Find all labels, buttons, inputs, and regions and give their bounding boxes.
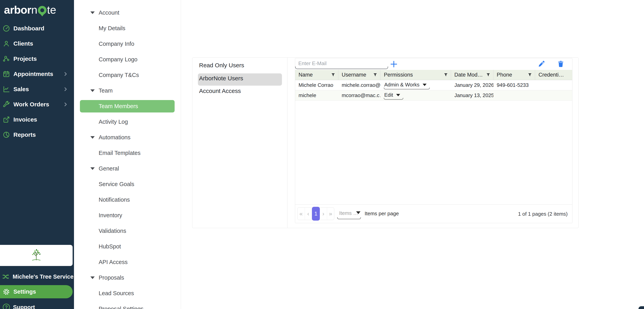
column-header-name[interactable]: Name (295, 70, 338, 80)
chat-widget-nub[interactable] (638, 306, 644, 309)
app-logo[interactable]: arbornte (4, 2, 56, 17)
sidebar-item-work-orders[interactable]: Work Orders (0, 97, 74, 112)
settings-menu-item-company-t-cs[interactable]: Company T&Cs (74, 67, 181, 83)
settings-menu-item-label: Proposal Settings (99, 306, 144, 309)
permissions-dropdown[interactable]: Admin & Works (384, 80, 430, 90)
trash-icon (557, 65, 564, 68)
collapse-triangle-icon[interactable] (90, 12, 95, 14)
settings-menu-item-automations[interactable]: Automations (74, 130, 181, 145)
filter-icon[interactable] (444, 73, 448, 77)
settings-menu-item-api-access[interactable]: API Access (74, 254, 181, 270)
sidebar-item-sales[interactable]: Sales (0, 82, 74, 97)
sidebar-item-reports[interactable]: Reports (0, 127, 74, 142)
items-per-page-select[interactable]: Items … (337, 208, 361, 219)
settings-menu-item-general[interactable]: General (74, 161, 181, 176)
current-page-button[interactable]: 1 (312, 207, 320, 220)
sidebar-item-label: Invoices (14, 116, 37, 123)
settings-menu-item-my-details[interactable]: My Details (74, 20, 181, 36)
tab-account-access[interactable]: Account Access (199, 88, 241, 94)
filter-icon[interactable] (331, 73, 335, 77)
sidebar-item-clients[interactable]: Clients (0, 36, 74, 51)
sidebar-item-projects[interactable]: Projects (0, 51, 74, 66)
sidebar-item-support[interactable]: ? Support (0, 302, 74, 309)
company-switcher[interactable]: Michele's Tree Service - (0, 271, 74, 282)
cell-permissions: Admin & Works (380, 80, 451, 90)
filter-icon[interactable] (486, 73, 490, 77)
grid-pager: « ‹ 1 › » Items … Items per page 1 of 1 … (295, 204, 572, 223)
settings-menu-item-team[interactable]: Team (74, 83, 181, 98)
sidebar-item-settings[interactable]: Settings (0, 285, 72, 298)
chart-icon (2, 85, 10, 93)
collapse-triangle-icon[interactable] (90, 167, 95, 170)
settings-menu-item-company-info[interactable]: Company Info (74, 36, 181, 52)
tab-read-only-users[interactable]: Read Only Users (199, 62, 244, 69)
prev-page-button[interactable]: ‹ (305, 208, 312, 220)
settings-menu-item-proposals[interactable]: Proposals (74, 270, 181, 286)
settings-menu-item-proposal-settings[interactable]: Proposal Settings (74, 301, 181, 309)
collapse-triangle-icon[interactable] (90, 276, 95, 279)
filter-icon[interactable] (373, 73, 377, 77)
settings-menu-item-label: Team (99, 88, 113, 94)
collapse-triangle-icon[interactable] (90, 136, 95, 139)
settings-menu-item-label: Notifications (99, 196, 130, 203)
app-root: arbornte DashboardClientsProjectsAppoint… (0, 0, 644, 309)
column-header-username[interactable]: Username (338, 70, 380, 80)
team-members-card: Read Only UsersArborNote UsersAccount Ac… (192, 58, 579, 228)
column-header-label: Permissions (384, 72, 413, 78)
logo-text-bold: arbor (4, 3, 31, 16)
column-header-credenti[interactable]: Credenti… (535, 70, 572, 80)
settings-menu-item-label: Lead Sources (99, 290, 134, 296)
settings-menu-item-lead-sources[interactable]: Lead Sources (74, 286, 181, 301)
table-row[interactable]: Michele Corraomichele.corrao@…Admin & Wo… (295, 80, 572, 90)
settings-menu-item-label: API Access (99, 259, 128, 266)
settings-menu-item-company-logo[interactable]: Company Logo (74, 52, 181, 67)
settings-menu-item-notifications[interactable]: Notifications (74, 192, 181, 208)
filter-icon[interactable] (528, 73, 532, 77)
collapse-triangle-icon[interactable] (90, 90, 95, 92)
next-page-button[interactable]: › (320, 208, 327, 220)
table-row[interactable]: michelemcorrao@mac.c…EditJanuary 13, 202… (295, 90, 572, 101)
settings-menu-item-account[interactable]: Account (74, 5, 181, 20)
column-header-label: Date Mod… (454, 72, 483, 78)
last-page-button[interactable]: » (327, 208, 334, 220)
invoice-icon (2, 116, 10, 124)
sidebar-item-dashboard[interactable]: Dashboard (0, 21, 74, 36)
sidebar-item-label: Work Orders (14, 101, 49, 108)
column-header-permissions[interactable]: Permissions (380, 70, 451, 80)
settings-menu-item-team-members[interactable]: Team Members (74, 98, 181, 114)
sidebar-item-invoices[interactable]: Invoices (0, 112, 74, 127)
items-per-page-placeholder: Items … (339, 210, 358, 216)
pie-chart-icon (2, 131, 10, 139)
logo-text-light: n (31, 3, 37, 16)
settings-menu-item-label: Activity Log (99, 118, 128, 125)
permissions-dropdown[interactable]: Edit (384, 91, 403, 100)
add-user-button[interactable] (390, 59, 398, 69)
settings-menu-item-label: My Details (99, 25, 125, 32)
settings-menu-item-service-goals[interactable]: Service Goals (74, 176, 181, 192)
sidebar-item-appointments[interactable]: Appointments (0, 66, 74, 82)
panel-divider (287, 58, 288, 228)
sidebar-item-label: Dashboard (14, 25, 44, 32)
settings-menu-item-email-templates[interactable]: Email Templates (74, 145, 181, 161)
page-summary: 1 of 1 pages (2 items) (518, 211, 568, 217)
pagination: « ‹ 1 › » (297, 208, 334, 220)
column-header-phone[interactable]: Phone (494, 70, 535, 80)
settings-menu-item-validations[interactable]: Validations (74, 223, 181, 239)
settings-menu-item-label: Validations (99, 228, 126, 234)
column-header-date-mod[interactable]: Date Mod… (451, 70, 494, 80)
edit-button[interactable] (538, 60, 546, 68)
settings-menu-item-hubspot[interactable]: HubSpot (74, 239, 181, 254)
cell-username: michele.corrao@… (338, 80, 380, 90)
settings-menu-item-activity-log[interactable]: Activity Log (74, 114, 181, 130)
delete-button[interactable] (557, 60, 565, 68)
settings-menu-item-inventory[interactable]: Inventory (74, 208, 181, 223)
sidebar-nav: DashboardClientsProjectsAppointmentsSale… (0, 21, 74, 142)
column-header-label: Credenti… (538, 72, 564, 78)
tab-arbornote-users[interactable]: ArborNote Users (199, 75, 243, 82)
first-page-button[interactable]: « (298, 208, 305, 220)
grid-header: NameUsernamePermissionsDate Mod…PhoneCre… (295, 70, 572, 80)
tree-logo (30, 248, 42, 262)
settings-menu-item-label: Company Info (99, 41, 134, 47)
pencil-icon (538, 65, 545, 68)
tab-label: Account Access (199, 88, 241, 94)
